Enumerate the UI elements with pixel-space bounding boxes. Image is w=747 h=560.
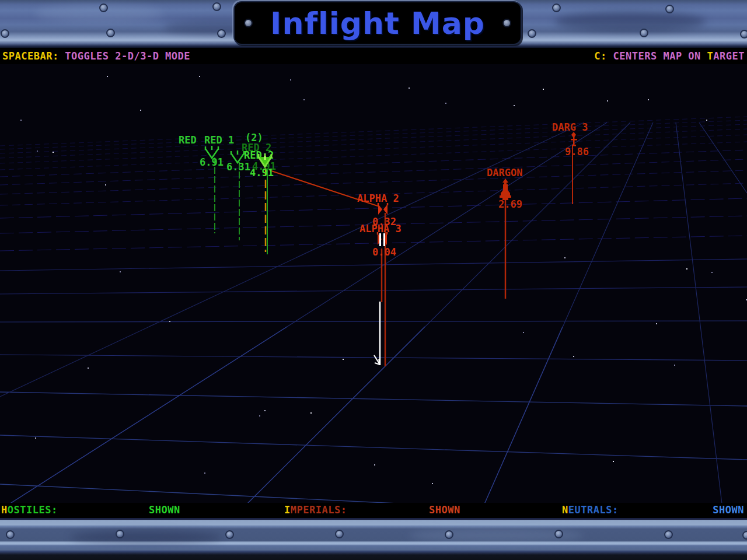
center-hint-text: CENTERS MAP ON [607,50,707,62]
neutrals-visibility-value: SHOWN [713,504,744,516]
page-title: Inflight Map [270,6,485,41]
spacebar-hint-text: TOGGLES 2-D/3-D MODE [59,50,190,62]
ship-dargon-range: 2.69 [498,198,522,210]
map-grid [0,64,747,503]
title-plate: Inflight Map [233,1,522,45]
rivet [99,4,108,12]
imperials-visibility-value: SHOWN [429,504,460,516]
hostiles-hotkey: H [1,504,8,516]
ship-red-label: RED [179,134,197,146]
rivet [742,531,747,540]
ship-red1-label: RED 1 [204,134,234,146]
rivet [640,29,648,37]
neutrals-label: EUTRALS: [568,504,619,516]
hint-toggle-mode: SPACEBAR: TOGGLES 2-D/3-D MODE [2,50,190,62]
rivet [217,29,226,38]
hint-center-target: C: CENTERS MAP ON TARGET [594,50,745,62]
toggle-hostiles[interactable]: HOSTILES: [1,504,58,516]
rivet [212,2,221,11]
rivet [552,4,561,12]
plate-rivet-left-icon [244,19,253,27]
toggle-imperials[interactable]: IMPERIALS: [284,504,347,516]
rivet [445,530,453,539]
bottom-metal-frame [0,518,747,560]
ship-dargon-label: DARGON [487,167,522,178]
rivet [106,29,115,37]
top-metal-frame: Inflight Map [0,0,747,48]
ship-dargon-icon[interactable] [497,178,514,201]
rivet [225,530,234,539]
target-hotkey-initial: T [707,50,714,62]
ship-alpha2-label: ALPHA 2 [357,192,399,204]
hostiles-label: OSTILES: [8,504,58,516]
status-bar: HOSTILES: SHOWN IMPERIALS: SHOWN NEUTRAL… [0,503,747,518]
hostiles-visibility-value: SHOWN [149,504,180,516]
spacebar-hotkey: SPACEBAR: [2,50,59,62]
hint-bar: SPACEBAR: TOGGLES 2-D/3-D MODE C: CENTER… [0,48,747,64]
center-hotkey: C: [594,50,606,62]
imperials-hotkey: I [284,504,291,516]
ship-red2-range: 4.91 [250,167,274,178]
rivet [664,530,673,539]
rivet [740,30,747,38]
toggle-neutrals[interactable]: NEUTRALS: [562,504,619,516]
neutrals-hotkey: N [562,504,568,516]
target-hint-rest: ARGET [713,50,745,62]
rivet [528,29,536,38]
rivet [665,5,674,13]
ship-alpha3-range: 0.04 [372,246,396,258]
ship-darg3-icon[interactable] [568,132,579,147]
rivet [335,530,344,538]
ship-darg3-range: 9.86 [565,146,589,158]
ship-alpha2-icon[interactable] [377,203,389,216]
stars [20,76,747,484]
rivet [1,29,9,38]
rivet [116,530,124,538]
map-viewport[interactable]: RED 6.91 RED 1 (2) 6.31 RED 2 4.91 RED 2… [0,64,747,503]
ship-darg3-label: DARG 3 [552,121,588,133]
inflight-map-screen: Inflight Map SPACEBAR: TOGGLES 2-D/3-D M… [0,0,747,560]
target-landing-arrow-icon [374,355,380,365]
rivet [554,530,563,538]
ship-red-range: 6.91 [200,156,224,168]
metal-sheen [70,531,222,544]
rivet [6,530,15,539]
metal-sheen [554,12,706,32]
ship-red1-range: 6.31 [226,161,250,173]
imperials-label: MPERIALS: [291,504,347,516]
plate-rivet-right-icon [502,19,511,27]
